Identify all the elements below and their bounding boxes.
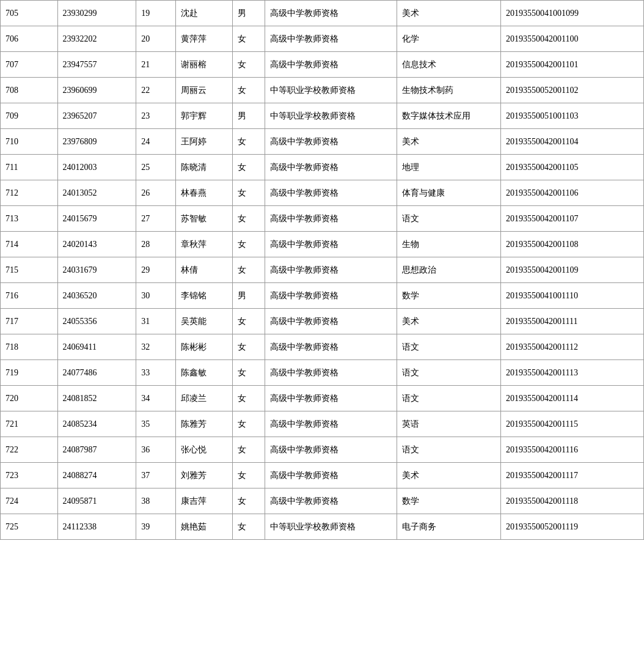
cell-cert: 20193550041001110 <box>500 283 643 309</box>
cell-seq: 709 <box>1 103 58 129</box>
cell-name: 郭宇辉 <box>175 103 233 129</box>
table-row: 7122401305226林春燕女高级中学教师资格体育与健康2019355004… <box>1 180 644 206</box>
cell-name: 苏智敏 <box>175 206 233 232</box>
cell-id: 24015679 <box>57 206 136 232</box>
cell-type: 高级中学教师资格 <box>265 26 397 52</box>
cell-type: 高级中学教师资格 <box>265 206 397 232</box>
cell-id: 23976809 <box>57 129 136 155</box>
cell-subject: 语文 <box>397 386 501 411</box>
cell-cert: 20193550041001099 <box>500 1 643 26</box>
table-row: 7202408185234邱凌兰女高级中学教师资格语文2019355004200… <box>1 386 644 411</box>
cell-cert: 20193550042001114 <box>500 386 643 411</box>
cell-num: 39 <box>136 514 175 540</box>
cell-num: 21 <box>136 52 175 78</box>
cell-seq: 706 <box>1 26 58 52</box>
cell-type: 高级中学教师资格 <box>265 52 397 78</box>
table-row: 7252411233839姚艳茹女中等职业学校教师资格电子商务201935500… <box>1 514 644 540</box>
table-row: 7212408523435陈雅芳女高级中学教师资格英语2019355004200… <box>1 411 644 437</box>
cell-seq: 717 <box>1 309 58 334</box>
cell-subject: 生物技术制药 <box>397 78 501 103</box>
table-row: 7092396520723郭宇辉男中等职业学校教师资格数字媒体技术应用20193… <box>1 103 644 129</box>
cell-id: 24088274 <box>57 463 136 488</box>
cell-name: 姚艳茹 <box>175 514 233 540</box>
table-row: 7102397680924王阿婷女高级中学教师资格美术2019355004200… <box>1 129 644 155</box>
cell-cert: 20193550052001102 <box>500 78 643 103</box>
table-row: 7072394755721谢丽榕女高级中学教师资格信息技术20193550042… <box>1 52 644 78</box>
cell-id: 24031679 <box>57 257 136 283</box>
cell-subject: 美术 <box>397 463 501 488</box>
cell-name: 王阿婷 <box>175 129 233 155</box>
table-row: 7132401567927苏智敏女高级中学教师资格语文2019355004200… <box>1 206 644 232</box>
cell-num: 26 <box>136 180 175 206</box>
table-row: 7142402014328章秋萍女高级中学教师资格生物2019355004200… <box>1 232 644 257</box>
cell-gender: 女 <box>233 437 265 463</box>
cell-subject: 信息技术 <box>397 52 501 78</box>
cell-type: 高级中学教师资格 <box>265 232 397 257</box>
table-row: 7242409587138康吉萍女高级中学教师资格数学2019355004200… <box>1 488 644 514</box>
cell-subject: 数学 <box>397 488 501 514</box>
cell-type: 中等职业学校教师资格 <box>265 103 397 129</box>
cell-seq: 724 <box>1 488 58 514</box>
cell-gender: 女 <box>233 26 265 52</box>
cell-cert: 20193550042001101 <box>500 52 643 78</box>
cell-gender: 男 <box>233 103 265 129</box>
cell-cert: 20193550042001115 <box>500 411 643 437</box>
cell-name: 谢丽榕 <box>175 52 233 78</box>
cell-type: 高级中学教师资格 <box>265 386 397 411</box>
cell-type: 中等职业学校教师资格 <box>265 78 397 103</box>
cell-gender: 女 <box>233 488 265 514</box>
cell-id: 23965207 <box>57 103 136 129</box>
cell-subject: 生物 <box>397 232 501 257</box>
cell-type: 高级中学教师资格 <box>265 334 397 360</box>
cell-id: 24112338 <box>57 514 136 540</box>
table-row: 7172405535631吴英能女高级中学教师资格美术2019355004200… <box>1 309 644 334</box>
cell-cert: 20193550042001100 <box>500 26 643 52</box>
cell-type: 高级中学教师资格 <box>265 155 397 180</box>
cell-subject: 数字媒体技术应用 <box>397 103 501 129</box>
cell-name: 章秋萍 <box>175 232 233 257</box>
cell-cert: 20193550042001117 <box>500 463 643 488</box>
cell-name: 陈雅芳 <box>175 411 233 437</box>
cell-num: 30 <box>136 283 175 309</box>
cell-id: 24095871 <box>57 488 136 514</box>
cell-type: 高级中学教师资格 <box>265 437 397 463</box>
cell-id: 24055356 <box>57 309 136 334</box>
cell-num: 20 <box>136 26 175 52</box>
cell-num: 19 <box>136 1 175 26</box>
cell-cert: 20193550051001103 <box>500 103 643 129</box>
cell-type: 高级中学教师资格 <box>265 411 397 437</box>
cell-type: 高级中学教师资格 <box>265 283 397 309</box>
cell-num: 37 <box>136 463 175 488</box>
cell-id: 24085234 <box>57 411 136 437</box>
table-row: 7112401200325陈晓清女高级中学教师资格地理2019355004200… <box>1 155 644 180</box>
cell-id: 23930299 <box>57 1 136 26</box>
cell-name: 吴英能 <box>175 309 233 334</box>
cell-subject: 思想政治 <box>397 257 501 283</box>
cell-type: 高级中学教师资格 <box>265 1 397 26</box>
cell-name: 林春燕 <box>175 180 233 206</box>
cell-seq: 723 <box>1 463 58 488</box>
cell-name: 周丽云 <box>175 78 233 103</box>
cell-subject: 英语 <box>397 411 501 437</box>
cell-id: 24069411 <box>57 334 136 360</box>
cell-gender: 女 <box>233 155 265 180</box>
cell-type: 高级中学教师资格 <box>265 309 397 334</box>
cell-num: 36 <box>136 437 175 463</box>
table-row: 7152403167929林倩女高级中学教师资格思想政治201935500420… <box>1 257 644 283</box>
table-container: 7052393029919沈赴男高级中学教师资格美术20193550041001… <box>0 0 644 645</box>
cell-subject: 语文 <box>397 334 501 360</box>
cell-seq: 719 <box>1 360 58 386</box>
cell-num: 24 <box>136 129 175 155</box>
cell-name: 沈赴 <box>175 1 233 26</box>
cell-gender: 女 <box>233 386 265 411</box>
cell-gender: 男 <box>233 1 265 26</box>
table-row: 7192407748633陈鑫敏女高级中学教师资格语文2019355004200… <box>1 360 644 386</box>
cell-gender: 女 <box>233 411 265 437</box>
cell-cert: 20193550042001112 <box>500 334 643 360</box>
cell-gender: 女 <box>233 257 265 283</box>
cell-subject: 语文 <box>397 360 501 386</box>
cell-type: 高级中学教师资格 <box>265 257 397 283</box>
cell-gender: 女 <box>233 334 265 360</box>
cell-seq: 722 <box>1 437 58 463</box>
cell-type: 高级中学教师资格 <box>265 463 397 488</box>
